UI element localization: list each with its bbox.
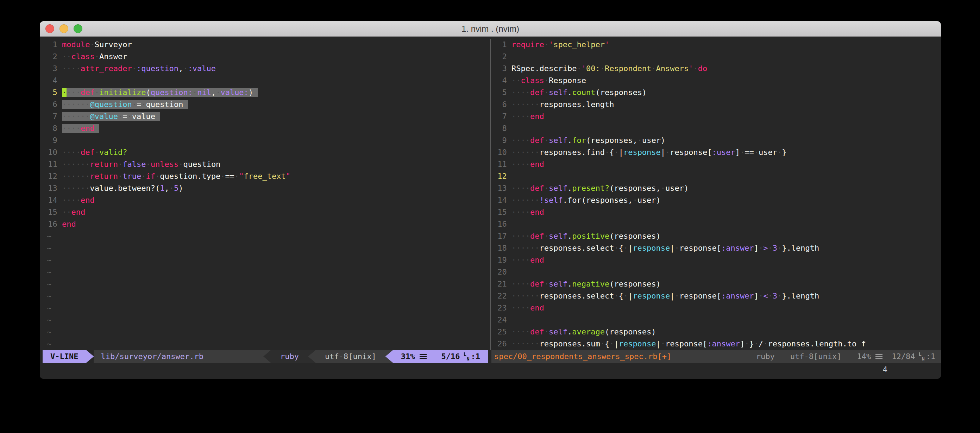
code-token: free_text [244, 172, 286, 181]
code-line: 18······responses.select·{·|response|·re… [493, 242, 941, 254]
code-token: value.between?( [90, 184, 160, 193]
mode-indicator: V-LINE [43, 350, 86, 363]
titlebar[interactable]: 1. nvim . (nvim) [40, 21, 941, 37]
code-token: end [530, 112, 544, 121]
statusline-left: V-LINE lib/surveyor/answer.rb ruby utf-8… [40, 350, 491, 363]
code-token: (responses) [605, 327, 656, 336]
code-token: ' [689, 64, 693, 73]
space-dots: · [544, 40, 549, 49]
space-dots: · [614, 244, 619, 252]
editor-right[interactable]: 1require·'spec_helper'23RSpec.describe·'… [491, 39, 941, 350]
code-token: | [656, 339, 661, 348]
code-token: > [763, 244, 768, 252]
code-token: response[ [670, 148, 712, 157]
line-number: 11 [43, 158, 57, 170]
code-token: value [132, 112, 155, 121]
code-token: end [81, 124, 95, 133]
code-token: ( [146, 88, 150, 97]
space-dots: · [192, 88, 197, 97]
line-number: 17 [493, 230, 507, 242]
space-dots: ·· [62, 52, 72, 61]
code-token: response[ [679, 244, 721, 252]
code-line: 15····end [493, 206, 941, 218]
space-dots: · [609, 339, 614, 348]
space-dots: · [638, 136, 642, 145]
line-number: 3 [43, 63, 57, 75]
space-dots: ·· [511, 76, 521, 85]
encoding-label: utf-8[unix] [790, 352, 842, 361]
line-number: 7 [43, 111, 57, 123]
space-dots: ···· [511, 88, 530, 97]
space-dots: ······ [62, 172, 90, 181]
code-token: } [782, 148, 786, 157]
line-number: 11 [493, 158, 507, 170]
space-dots: ···· [511, 232, 530, 240]
empty-line-tilde: ~ [43, 266, 490, 278]
space-dots: · [544, 280, 549, 288]
line-number-icon: LN [919, 352, 925, 361]
colon-label: : [471, 352, 476, 361]
file-path: lib/surveyor/answer.rb [94, 350, 263, 363]
code-token: class [71, 52, 94, 61]
space-dots: · [132, 64, 137, 73]
code-token: }.length [782, 291, 819, 300]
code-token: response [619, 339, 656, 348]
space-dots: · [577, 64, 581, 73]
command-line[interactable]: 4 [40, 363, 941, 376]
space-dots: ······ [511, 100, 539, 109]
space-dots: · [544, 184, 549, 193]
code-line: 9 [43, 134, 490, 146]
code-token: (responses) [595, 88, 647, 97]
code-token: | [670, 244, 675, 252]
code-token: def [530, 232, 544, 240]
code-token: . [568, 88, 572, 97]
code-token: :value [188, 64, 216, 73]
line-number: 12 [493, 170, 507, 182]
space-dots: · [155, 172, 160, 181]
code-line: 1require·'spec_helper' [493, 39, 941, 51]
space-dots: · [95, 148, 99, 157]
code-token: question [183, 160, 220, 169]
code-token: end [530, 160, 544, 169]
editor-left[interactable]: 1module·Surveyor2··class·Answer3····attr… [40, 39, 490, 350]
space-dots: · [178, 160, 183, 169]
line-number: 26 [493, 338, 507, 350]
empty-line-tilde: ~ [43, 242, 490, 254]
code-line: 13····def·self.present?(responses,·user) [493, 182, 941, 194]
space-dots: ······ [511, 339, 539, 348]
code-line: 10······responses.find·{·|response|·resp… [493, 146, 941, 158]
space-dots: · [118, 172, 123, 181]
code-token: class [520, 76, 544, 85]
code-token: . [568, 327, 572, 336]
space-dots: ······ [62, 184, 90, 193]
code-token: end [530, 256, 544, 264]
empty-line-tilde: ~ [43, 290, 490, 302]
code-line: 3····attr_reader·:question,·:value [43, 63, 490, 75]
space-dots: · [754, 339, 759, 348]
code-line: 3RSpec.describe·'00:·Respondent·Answers'… [493, 63, 941, 75]
code-line: 2··class·Answer [43, 51, 490, 63]
line-number: 16 [43, 218, 57, 230]
line-number: 6 [493, 99, 507, 111]
code-token: self [549, 184, 568, 193]
code-line: 21····def·self.negative(responses) [493, 278, 941, 290]
powerline-separator-icon [308, 350, 316, 363]
space-dots: · [745, 339, 749, 348]
code-line: 7······@value·=·value [43, 111, 490, 123]
space-dots: · [169, 184, 174, 193]
space-dots: · [777, 244, 782, 252]
space-dots: · [544, 88, 549, 97]
space-dots: · [216, 88, 220, 97]
code-token: < [763, 291, 768, 300]
space-dots: · [118, 160, 123, 169]
code-token: ] [754, 244, 759, 252]
line-number: 16 [493, 218, 507, 230]
code-line: 1module·Surveyor [43, 39, 490, 51]
filetype-label: ruby [756, 352, 775, 361]
code-line: 8 [493, 123, 941, 134]
code-token: self [549, 232, 568, 240]
code-token: , [164, 184, 169, 193]
code-line: 16 [493, 218, 941, 230]
code-token: 1 [160, 184, 164, 193]
screen: 1. nvim . (nvim) 1module·Surveyor2··clas… [0, 0, 980, 433]
